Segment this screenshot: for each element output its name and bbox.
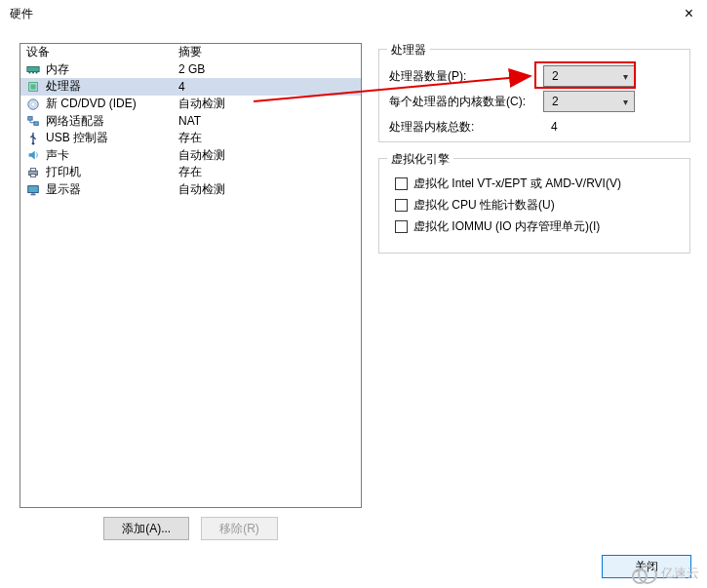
svg-point-10: [32, 142, 35, 145]
device-summary: 自动检测: [178, 147, 361, 164]
vt-checkbox[interactable]: [395, 177, 408, 190]
memory-icon: [26, 62, 40, 76]
printer-icon: [26, 166, 40, 179]
device-summary: 存在: [178, 130, 361, 146]
device-name: USB 控制器: [46, 130, 108, 146]
svg-rect-16: [30, 194, 35, 195]
cd-icon: [26, 98, 40, 111]
device-summary: NAT: [178, 114, 361, 128]
processor-count-label: 处理器数量(P):: [389, 68, 537, 85]
display-icon: [26, 183, 40, 197]
device-summary: 4: [178, 80, 361, 94]
list-item[interactable]: 新 CD/DVD (IDE)自动检测: [20, 96, 361, 113]
remove-button[interactable]: 移除(R): [201, 517, 278, 540]
device-name: 网络适配器: [46, 113, 104, 130]
processor-count-select[interactable]: 2 ▾: [543, 65, 635, 87]
hardware-list-header: 设备 摘要: [20, 44, 361, 61]
svg-rect-2: [32, 72, 34, 74]
cores-per-processor-select[interactable]: 2 ▾: [543, 91, 635, 112]
column-header-device: 设备: [26, 44, 178, 60]
svg-rect-14: [28, 185, 39, 192]
device-name: 打印机: [46, 164, 81, 180]
svg-rect-15: [31, 193, 35, 194]
svg-rect-1: [29, 72, 31, 74]
virtualization-group: 虚拟化引擎 虚拟化 Intel VT-x/EPT 或 AMD-V/RVI(V) …: [378, 158, 690, 254]
list-item[interactable]: 声卡自动检测: [20, 147, 361, 165]
device-summary: 自动检测: [178, 96, 361, 112]
cores-per-processor-value: 2: [552, 95, 559, 108]
virtualization-legend: 虚拟化引擎: [387, 151, 453, 168]
dialog-title: 硬件: [10, 6, 33, 22]
svg-point-7: [32, 102, 35, 105]
processor-legend: 处理器: [387, 42, 430, 59]
svg-rect-5: [30, 84, 35, 89]
perf-counter-checkbox[interactable]: [395, 199, 408, 212]
processor-count-value: 2: [552, 69, 559, 83]
list-item[interactable]: 处理器4: [20, 78, 361, 96]
sound-icon: [26, 148, 40, 162]
svg-rect-8: [28, 117, 32, 121]
device-name: 新 CD/DVD (IDE): [46, 96, 137, 112]
column-header-summary: 摘要: [178, 44, 361, 60]
list-item[interactable]: 显示器自动检测: [20, 181, 361, 199]
device-name: 显示器: [46, 181, 81, 198]
svg-rect-0: [27, 67, 39, 72]
device-summary: 2 GB: [178, 62, 361, 76]
iommu-label: 虚拟化 IOMMU (IO 内存管理单元)(I): [413, 218, 600, 235]
device-summary: 自动检测: [178, 181, 361, 198]
hardware-list: 设备 摘要 内存2 GB处理器4新 CD/DVD (IDE)自动检测网络适配器N…: [20, 43, 362, 508]
list-item[interactable]: 网络适配器NAT: [20, 112, 361, 130]
close-button[interactable]: 关闭: [602, 555, 691, 578]
total-cores-value: 4: [543, 120, 558, 134]
list-item[interactable]: 内存2 GB: [20, 61, 361, 79]
device-name: 声卡: [46, 147, 69, 164]
list-item[interactable]: USB 控制器存在: [20, 130, 361, 147]
device-name: 处理器: [46, 78, 81, 95]
device-name: 内存: [46, 61, 69, 78]
processor-group: 处理器 处理器数量(P): 2 ▾ 每个处理器的内核数量(C): 2 ▾ 处理器…: [378, 49, 690, 142]
svg-rect-13: [30, 175, 35, 177]
cpu-icon: [26, 80, 40, 94]
device-summary: 存在: [178, 164, 361, 180]
vt-label: 虚拟化 Intel VT-x/EPT 或 AMD-V/RVI(V): [413, 176, 621, 192]
total-cores-label: 处理器内核总数:: [389, 119, 537, 136]
close-icon[interactable]: ×: [679, 2, 699, 25]
chevron-down-icon: ▾: [623, 97, 628, 107]
perf-counter-label: 虚拟化 CPU 性能计数器(U): [413, 197, 555, 214]
usb-icon: [26, 132, 40, 145]
list-item[interactable]: 打印机存在: [20, 164, 361, 181]
svg-rect-12: [30, 169, 35, 172]
chevron-down-icon: ▾: [623, 71, 628, 82]
svg-rect-3: [36, 72, 38, 74]
add-button[interactable]: 添加(A)...: [103, 517, 189, 540]
cores-per-processor-label: 每个处理器的内核数量(C):: [389, 94, 537, 110]
network-icon: [26, 114, 40, 128]
iommu-checkbox[interactable]: [395, 220, 408, 233]
